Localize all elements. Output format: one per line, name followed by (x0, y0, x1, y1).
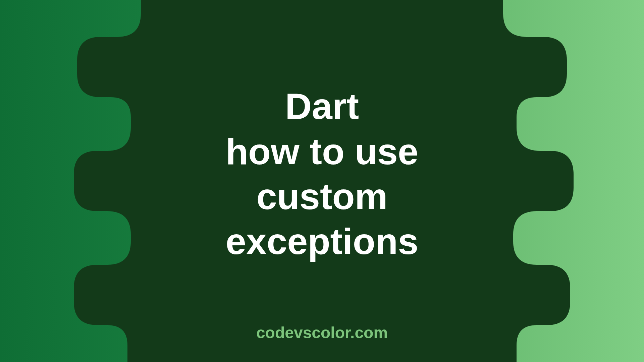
site-label: codevscolor.com (256, 323, 388, 342)
hero-title: Dart how to use custom exceptions (226, 84, 419, 264)
hero-card: Dart how to use custom exceptions codevs… (0, 0, 644, 362)
